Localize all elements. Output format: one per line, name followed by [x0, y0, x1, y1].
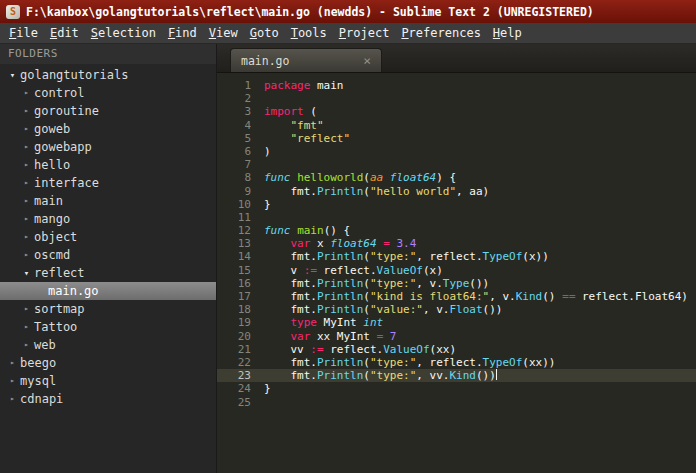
- menu-goto[interactable]: Goto: [244, 23, 285, 43]
- code-line-17[interactable]: 17 fmt.Println("kind is float64:", v.Kin…: [217, 290, 696, 303]
- code-line-15[interactable]: 15 v := reflect.ValueOf(x): [217, 264, 696, 277]
- tree-folder-goroutine[interactable]: ▸goroutine: [0, 102, 216, 120]
- title-bar[interactable]: S F:\kanbox\golangtutorials\reflect\main…: [0, 0, 696, 23]
- tree-folder-sortmap[interactable]: ▸sortmap: [0, 300, 216, 318]
- tree-folder-cdnapi[interactable]: ▸cdnapi: [0, 390, 216, 408]
- line-number[interactable]: 8: [217, 171, 264, 184]
- tree-folder-interface[interactable]: ▸interface: [0, 174, 216, 192]
- code-line-20[interactable]: 20 var xx MyInt = 7: [217, 330, 696, 343]
- tree-folder-main[interactable]: ▸main: [0, 192, 216, 210]
- line-number[interactable]: 5: [217, 132, 264, 145]
- line-number[interactable]: 15: [217, 264, 264, 277]
- chevron-right-icon[interactable]: ▸: [6, 390, 19, 408]
- code-line-10[interactable]: 10}: [217, 198, 696, 211]
- code-line-7[interactable]: 7: [217, 158, 696, 171]
- code-line-3[interactable]: 3import (: [217, 105, 696, 118]
- code-area[interactable]: 1package main23import (4 "fmt"5 "reflect…: [217, 73, 696, 473]
- line-number[interactable]: 9: [217, 185, 264, 198]
- line-number[interactable]: 2: [217, 92, 264, 105]
- line-number[interactable]: 24: [217, 382, 264, 395]
- line-number[interactable]: 1: [217, 79, 264, 92]
- tab-close-icon[interactable]: ×: [363, 54, 371, 67]
- chevron-right-icon[interactable]: ▸: [20, 336, 33, 354]
- chevron-right-icon[interactable]: ▸: [20, 174, 33, 192]
- code-line-8[interactable]: 8func helloworld(aa float64) {: [217, 171, 696, 184]
- chevron-right-icon[interactable]: ▸: [6, 354, 19, 372]
- line-number[interactable]: 13: [217, 237, 264, 250]
- code-line-24[interactable]: 24}: [217, 382, 696, 395]
- line-number[interactable]: 22: [217, 356, 264, 369]
- menu-file[interactable]: File: [3, 23, 44, 43]
- chevron-right-icon[interactable]: ▸: [20, 210, 33, 228]
- tree-folder-goweb[interactable]: ▸goweb: [0, 120, 216, 138]
- code-line-12[interactable]: 12func main() {: [217, 224, 696, 237]
- line-number[interactable]: 23: [217, 369, 264, 382]
- code-line-6[interactable]: 6): [217, 145, 696, 158]
- tree-folder-golangtutorials[interactable]: ▾golangtutorials: [0, 66, 216, 84]
- tree-folder-mysql[interactable]: ▸mysql: [0, 372, 216, 390]
- tree-folder-beego[interactable]: ▸beego: [0, 354, 216, 372]
- menu-find[interactable]: Find: [162, 23, 203, 43]
- code-line-13[interactable]: 13 var x float64 = 3.4: [217, 237, 696, 250]
- chevron-right-icon[interactable]: ▸: [20, 246, 33, 264]
- code-line-25[interactable]: 25: [217, 396, 696, 409]
- chevron-right-icon[interactable]: ▸: [20, 138, 33, 156]
- code-line-21[interactable]: 21 vv := reflect.ValueOf(xx): [217, 343, 696, 356]
- chevron-right-icon[interactable]: ▸: [20, 156, 33, 174]
- line-number[interactable]: 20: [217, 330, 264, 343]
- line-number[interactable]: 10: [217, 198, 264, 211]
- code-line-19[interactable]: 19 type MyInt int: [217, 316, 696, 329]
- line-number[interactable]: 17: [217, 290, 264, 303]
- code-line-18[interactable]: 18 fmt.Println("value:", v.Float()): [217, 303, 696, 316]
- tree-folder-mango[interactable]: ▸mango: [0, 210, 216, 228]
- line-number[interactable]: 25: [217, 396, 264, 409]
- line-number[interactable]: 7: [217, 158, 264, 171]
- code-line-4[interactable]: 4 "fmt": [217, 119, 696, 132]
- line-number[interactable]: 18: [217, 303, 264, 316]
- tree-folder-object[interactable]: ▸object: [0, 228, 216, 246]
- line-number[interactable]: 12: [217, 224, 264, 237]
- chevron-down-icon[interactable]: ▾: [6, 66, 19, 84]
- chevron-right-icon[interactable]: ▸: [20, 318, 33, 336]
- chevron-down-icon[interactable]: ▾: [20, 264, 33, 282]
- line-number[interactable]: 14: [217, 250, 264, 263]
- line-number[interactable]: 3: [217, 105, 264, 118]
- tree-folder-web[interactable]: ▸web: [0, 336, 216, 354]
- tree-folder-reflect[interactable]: ▾reflect: [0, 264, 216, 282]
- tree-folder-tattoo[interactable]: ▸Tattoo: [0, 318, 216, 336]
- chevron-right-icon[interactable]: ▸: [6, 372, 19, 390]
- chevron-right-icon[interactable]: ▸: [20, 228, 33, 246]
- code-line-14[interactable]: 14 fmt.Println("type:", reflect.TypeOf(x…: [217, 250, 696, 263]
- tree-folder-gowebapp[interactable]: ▸gowebapp: [0, 138, 216, 156]
- line-number[interactable]: 11: [217, 211, 264, 224]
- tree-folder-hello[interactable]: ▸hello: [0, 156, 216, 174]
- tree-folder-oscmd[interactable]: ▸oscmd: [0, 246, 216, 264]
- code-line-16[interactable]: 16 fmt.Println("type:", v.Type()): [217, 277, 696, 290]
- tab-main-go[interactable]: main.go ×: [230, 48, 382, 72]
- menu-selection[interactable]: Selection: [85, 23, 162, 43]
- chevron-right-icon[interactable]: ▸: [20, 192, 33, 210]
- menu-edit[interactable]: Edit: [44, 23, 85, 43]
- tree-file-main-go[interactable]: main.go: [0, 282, 216, 300]
- code-line-2[interactable]: 2: [217, 92, 696, 105]
- line-number[interactable]: 21: [217, 343, 264, 356]
- line-number[interactable]: 4: [217, 119, 264, 132]
- code-line-1[interactable]: 1package main: [217, 79, 696, 92]
- menu-project[interactable]: Project: [333, 23, 396, 43]
- line-number[interactable]: 6: [217, 145, 264, 158]
- menu-tools[interactable]: Tools: [285, 23, 333, 43]
- chevron-right-icon[interactable]: ▸: [20, 102, 33, 120]
- code-line-22[interactable]: 22 fmt.Println("type:", reflect.TypeOf(x…: [217, 356, 696, 369]
- menu-preferences[interactable]: Preferences: [395, 23, 486, 43]
- menu-help[interactable]: Help: [487, 23, 528, 43]
- code-line-5[interactable]: 5 "reflect": [217, 132, 696, 145]
- tree-folder-control[interactable]: ▸control: [0, 84, 216, 102]
- code-line-11[interactable]: 11: [217, 211, 696, 224]
- code-line-23[interactable]: 23 fmt.Println("type:", vv.Kind()): [217, 369, 696, 382]
- chevron-right-icon[interactable]: ▸: [20, 300, 33, 318]
- chevron-right-icon[interactable]: ▸: [20, 120, 33, 138]
- line-number[interactable]: 19: [217, 316, 264, 329]
- chevron-right-icon[interactable]: ▸: [20, 84, 33, 102]
- code-line-9[interactable]: 9 fmt.Println("hello world", aa): [217, 185, 696, 198]
- menu-view[interactable]: View: [203, 23, 244, 43]
